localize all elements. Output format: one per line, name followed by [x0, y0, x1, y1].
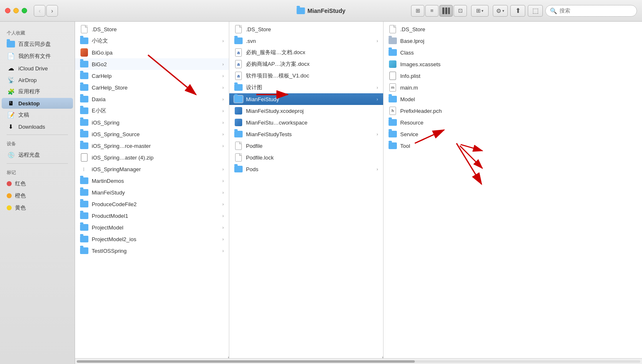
file-row[interactable]: ProduceCodeFile2 › [75, 198, 229, 210]
close-button[interactable] [5, 8, 10, 13]
view-list-button[interactable]: ≡ [425, 5, 439, 17]
sidebar-item-baidu[interactable]: 百度云同步盘 [2, 38, 73, 50]
sidebar-item-optical[interactable]: 💿 远程光盘 [2, 149, 73, 161]
folder-icon [80, 119, 88, 126]
file-row[interactable]: ProjectModel › [75, 222, 229, 233]
file-name: 必购_服务端…文档.docx [246, 49, 378, 56]
file-row[interactable]: Resource [384, 117, 538, 128]
file-row[interactable]: 小论文 › [75, 35, 229, 47]
sidebar-item-label: 文稿 [18, 111, 29, 119]
file-row[interactable]: h PrefixHeader.pch [384, 105, 538, 117]
sidebar-item-orange[interactable]: 橙色 [2, 190, 73, 202]
file-name: main.m [400, 85, 533, 91]
file-row[interactable]: TestIOSSpring › [75, 245, 229, 257]
lproj-file-icon [389, 37, 397, 44]
file-row[interactable]: Base.lproj [384, 35, 538, 47]
file-row[interactable]: Info.plist [384, 70, 538, 82]
file-row[interactable]: a 必购商城AP…决方案.docx [229, 58, 383, 70]
folder-icon [234, 131, 243, 137]
file-row-selected[interactable]: MianFeiStudy › [229, 93, 383, 105]
arrange-button[interactable]: ⊞ ▾ [471, 5, 489, 17]
file-row[interactable]: BiGo.ipa [75, 47, 229, 58]
tag-button[interactable]: ⬚ [528, 5, 543, 17]
file-row[interactable]: Model [384, 93, 538, 105]
file-icon: | [80, 166, 88, 172]
pch-icon: h [389, 107, 397, 114]
minimize-button[interactable] [13, 8, 19, 13]
chevron-icon: › [222, 237, 224, 242]
view-icon-button[interactable]: ⊞ [411, 5, 424, 17]
folder-icon [80, 61, 88, 67]
chevron-icon: › [222, 132, 224, 137]
file-row[interactable]: Service [384, 128, 538, 140]
file-row[interactable]: .DS_Store [229, 23, 383, 35]
file-row[interactable]: CarHelp › [75, 70, 229, 82]
chevron-icon: › [222, 38, 224, 43]
file-row[interactable]: .DS_Store [75, 23, 229, 35]
view-coverflow-button[interactable]: ⊡ [454, 5, 467, 17]
file-row[interactable]: MartinDemos › [75, 175, 229, 187]
file-row[interactable]: MianFeiStudyTests › [229, 128, 383, 140]
forward-button[interactable]: › [46, 5, 58, 17]
doc-icon: a [234, 49, 243, 56]
file-name: CarHelp [92, 73, 219, 79]
file-row[interactable]: CarHelp_Store › [75, 82, 229, 93]
file-row[interactable]: .DS_Store [384, 23, 538, 35]
scrollbar-thumb[interactable] [77, 360, 415, 363]
folder-icon [389, 96, 397, 102]
file-row[interactable]: Tool [384, 140, 538, 152]
view-column-button[interactable] [439, 5, 453, 17]
folder-file-icon [80, 61, 88, 67]
sidebar-item-documents[interactable]: 📝 文稿 [2, 109, 73, 121]
file-row[interactable]: Podfile [229, 140, 383, 152]
file-row[interactable]: Daxia › [75, 93, 229, 105]
file-row[interactable]: Pods › [229, 163, 383, 175]
folder-file-icon [80, 247, 88, 254]
chevron-icon: › [222, 190, 224, 195]
maximize-button[interactable] [22, 8, 27, 13]
file-row[interactable]: iOS_Spring_Source › [75, 128, 229, 140]
file-row[interactable]: iOS_Spring › [75, 117, 229, 128]
file-row[interactable]: MianFeiStudy › [75, 187, 229, 198]
file-row[interactable]: iOS_Spring…rce-master › [75, 140, 229, 152]
horizontal-scrollbar[interactable] [75, 358, 642, 364]
file-row[interactable]: Podfile.lock [229, 152, 383, 163]
file-row[interactable]: ProjectModel2_ios › [75, 233, 229, 245]
file-name: Podfile [246, 143, 378, 149]
chevron-icon: › [222, 143, 224, 148]
folder-file-icon [389, 119, 397, 126]
search-box[interactable]: 🔍 [545, 5, 637, 17]
sidebar-item-applications[interactable]: 🧩 应用程序 [2, 86, 73, 97]
file-row[interactable]: m main.m [384, 82, 538, 93]
file-row[interactable]: a 软件项目验…模板_V1.doc [229, 70, 383, 82]
file-row[interactable]: E小区 › [75, 105, 229, 117]
sidebar-item-downloads[interactable]: ⬇ Downloads [2, 121, 73, 132]
zip-file-icon [81, 153, 88, 162]
folder-file-icon [80, 212, 88, 219]
folder-icon [389, 142, 397, 149]
file-row[interactable]: Images.xcassets [384, 58, 538, 70]
file-row[interactable]: BiGo2 › [75, 58, 229, 70]
search-input[interactable] [559, 7, 632, 14]
file-row[interactable]: MianFeiStu…cworkspace [229, 117, 383, 128]
sidebar-item-allfiles[interactable]: 📄 我的所有文件 [2, 50, 73, 62]
action-button[interactable]: ⚙ ▾ [493, 5, 508, 17]
back-button[interactable]: ‹ [34, 5, 45, 17]
sidebar-item-airdrop[interactable]: 📡 AirDrop [2, 75, 73, 85]
file-row[interactable]: MianFeiStudy.xcodeproj [229, 105, 383, 117]
file-row[interactable]: Class [384, 47, 538, 58]
file-row[interactable]: 设计图 › [229, 82, 383, 93]
doc-file-icon: a [235, 48, 242, 57]
file-row[interactable]: a 必购_服务端…文档.docx [229, 47, 383, 58]
share-button[interactable]: ⬆ [510, 5, 525, 17]
folder-file-icon [80, 224, 88, 231]
sidebar-item-icloud[interactable]: ☁ iCloud Drive [2, 62, 73, 74]
file-row[interactable]: | iOS_SpringManager › [75, 163, 229, 175]
file-row[interactable]: ProductModel1 › [75, 210, 229, 222]
file-name: ProduceCodeFile2 [92, 201, 219, 207]
file-row[interactable]: .svn › [229, 35, 383, 47]
sidebar-item-yellow[interactable]: 黄色 [2, 202, 73, 214]
sidebar-item-desktop[interactable]: 🖥 Desktop [2, 98, 73, 109]
file-row[interactable]: iOS_Spring…aster (4).zip [75, 152, 229, 163]
sidebar-item-red[interactable]: 红色 [2, 178, 73, 189]
